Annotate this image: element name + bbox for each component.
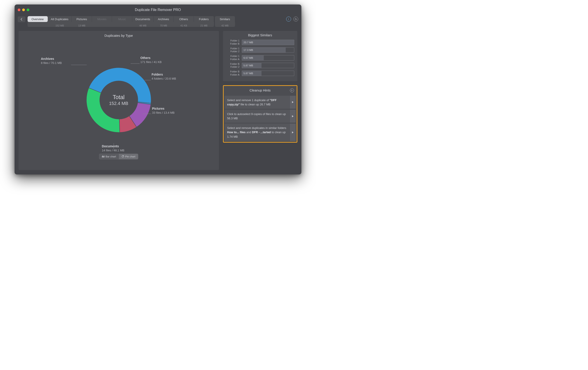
- tab-size-label: 70 MB: [160, 24, 167, 27]
- similar-bar: 17.3 MB: [242, 47, 294, 53]
- tab-size-label: [37, 24, 38, 27]
- cleanup-hint[interactable]: Select and remove 1 duplicate of "DFF co…: [225, 96, 296, 109]
- tab-size-label: 41 KB: [180, 24, 187, 27]
- similar-pair-names: Folder 1Folder 2: [226, 47, 240, 53]
- cleanup-hints-panel: Cleanup Hints Select and remove 1 duplic…: [223, 85, 297, 143]
- play-icon: [292, 101, 294, 103]
- similar-row[interactable]: Folder BFolder A 5.87 MB: [226, 70, 294, 76]
- svg-rect-0: [102, 156, 102, 157]
- segment-label-others: Others 171 files / 41 KB: [140, 56, 162, 64]
- biggest-similars-panel: Biggest Similars Folder 1Folder B 20.7 M…: [223, 31, 297, 81]
- chart-title: Duplicates by Type: [22, 34, 216, 37]
- side-panels: Biggest Similars Folder 1Folder B 20.7 M…: [223, 31, 297, 170]
- tab-similars[interactable]: Similars: [215, 16, 235, 22]
- similar-pair-names: Folder BFolder A: [226, 70, 240, 76]
- hint-action-button[interactable]: [290, 96, 296, 109]
- tab-documents[interactable]: Documents: [132, 16, 154, 22]
- leader-line: [143, 114, 151, 114]
- similar-pair-names: Folder 1Folder A: [226, 55, 240, 61]
- cleanup-hint[interactable]: Click to autoselect 9 copies of files to…: [225, 110, 296, 123]
- donut-center: Total 152.4 MB: [109, 94, 128, 106]
- similar-row[interactable]: Folder 1Folder A 6.57 MB: [226, 55, 294, 61]
- cleanup-hint[interactable]: Select and remove duplicates in similar …: [225, 124, 296, 141]
- toolbar: Overview All Duplicates152 MBPictures13 …: [15, 15, 301, 27]
- pie-chart-icon: [122, 155, 124, 158]
- similar-row[interactable]: Folder 1Folder 2 17.3 MB: [226, 47, 294, 53]
- pie-chart-toggle[interactable]: Pie chart: [119, 154, 138, 159]
- play-icon: [292, 115, 294, 117]
- similar-bar: 6.57 MB: [242, 55, 294, 61]
- similars-tab-group: Similars42 MB: [215, 16, 235, 27]
- content-area: Duplicates by Type Total 152.4 MB Archiv…: [15, 27, 301, 174]
- feed-icon[interactable]: [293, 17, 298, 22]
- segment-label-archives: Archives 8 files / 70.1 MB: [41, 57, 62, 65]
- svg-rect-2: [103, 156, 104, 157]
- svg-rect-3: [104, 156, 105, 157]
- chart-type-toggle: Bar chart Pie chart: [22, 154, 216, 159]
- similar-row[interactable]: Folder BFolder 2 5.87 MB: [226, 63, 294, 69]
- tab-size-label: 42 MB: [221, 24, 229, 27]
- tab-strip: Overview All Duplicates152 MBPictures13 …: [28, 16, 284, 27]
- tab-size-label: 48 MB: [139, 24, 147, 27]
- total-label: Total: [109, 94, 128, 100]
- similar-pair-names: Folder 1Folder B: [226, 39, 240, 45]
- svg-rect-1: [103, 155, 103, 157]
- segment-label-pictures: Pictures 33 files / 13.4 MB: [152, 107, 175, 115]
- close-button[interactable]: [18, 9, 21, 11]
- similar-bar: 20.7 MB: [242, 40, 294, 45]
- info-icon[interactable]: i: [286, 17, 291, 22]
- similar-bar: 5.87 MB: [242, 71, 294, 76]
- toolbar-icons: i: [286, 17, 298, 22]
- segment-label-documents: Documents 14 files / 48.1 MB: [102, 144, 124, 152]
- tab-size-label: [122, 24, 123, 27]
- hint-action-button[interactable]: [290, 110, 296, 123]
- titlebar: Duplicate File Remover PRO: [15, 4, 301, 15]
- total-value: 152.4 MB: [109, 101, 128, 106]
- traffic-lights: [18, 9, 29, 11]
- leader-line: [71, 65, 87, 65]
- maximize-button[interactable]: [27, 9, 29, 11]
- segment-label-folders: Folders 4 folders / 20.6 MB: [152, 72, 176, 80]
- hints-header: Cleanup Hints: [224, 86, 297, 95]
- tab-overview[interactable]: Overview: [28, 16, 48, 22]
- tab-music[interactable]: Music: [112, 16, 132, 22]
- category-tabs: Overview All Duplicates152 MBPictures13 …: [28, 16, 214, 27]
- chevron-right-icon[interactable]: [290, 88, 294, 92]
- similar-bar: 5.87 MB: [242, 63, 294, 68]
- similars-title: Biggest Similars: [226, 33, 294, 37]
- tab-movies[interactable]: Movies: [92, 16, 112, 22]
- donut-chart: Total 152.4 MB Archives 8 files / 70.1 M…: [22, 40, 216, 147]
- tab-pictures[interactable]: Pictures: [72, 16, 92, 22]
- hint-action-button[interactable]: [290, 124, 296, 141]
- hints-title: Cleanup Hints: [249, 88, 271, 92]
- similar-row[interactable]: Folder 1Folder B 20.7 MB: [226, 39, 294, 45]
- tab-all-duplicates[interactable]: All Duplicates: [48, 16, 72, 22]
- window-title: Duplicate File Remover PRO: [15, 8, 301, 12]
- tab-size-label: [102, 24, 102, 27]
- play-icon: [292, 131, 294, 133]
- hint-text: Click to autoselect 9 copies of files to…: [225, 110, 290, 123]
- tab-archives[interactable]: Archives: [154, 16, 174, 22]
- chevron-left-icon: [21, 18, 23, 21]
- chart-panel: Duplicates by Type Total 152.4 MB Archiv…: [19, 31, 219, 170]
- tab-folders[interactable]: Folders: [194, 16, 214, 22]
- leader-line: [131, 64, 140, 64]
- bar-chart-icon: [102, 155, 105, 158]
- hint-text: Select and remove 1 duplicate of "DFF co…: [225, 96, 290, 109]
- back-button[interactable]: [18, 16, 25, 22]
- tab-size-label: 13 MB: [78, 24, 85, 27]
- app-window: Duplicate File Remover PRO Overview All …: [15, 4, 301, 174]
- bar-chart-label: Bar chart: [105, 155, 116, 158]
- tab-size-label: 21 MB: [200, 24, 208, 27]
- rss-icon: [295, 18, 297, 20]
- similar-pair-names: Folder BFolder 2: [226, 63, 240, 69]
- bar-chart-toggle[interactable]: Bar chart: [99, 154, 119, 159]
- hint-text: Select and remove duplicates in similar …: [225, 124, 290, 141]
- tab-others[interactable]: Others: [174, 16, 194, 22]
- leader-line: [114, 143, 114, 150]
- pie-chart-label: Pie chart: [125, 155, 135, 158]
- tab-size-label: 152 MB: [55, 24, 64, 27]
- minimize-button[interactable]: [22, 9, 25, 11]
